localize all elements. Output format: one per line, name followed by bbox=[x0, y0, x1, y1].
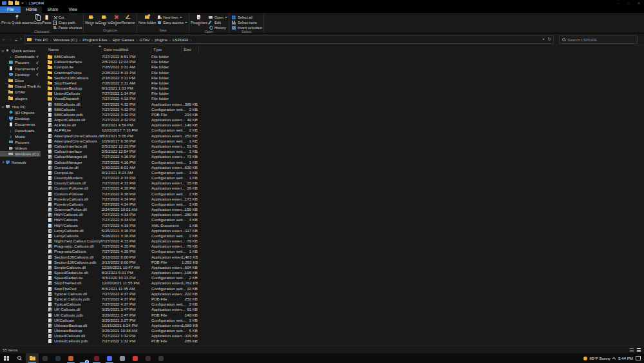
ribbon-button-delete[interactable]: Delete bbox=[111, 14, 121, 26]
sidebar-item-desktop[interactable]: Desktop bbox=[0, 72, 41, 77]
chevron-right-icon[interactable] bbox=[1, 161, 4, 164]
quick-toolbar-folder-icon[interactable] bbox=[8, 1, 13, 5]
breadcrumb-item-windows-c[interactable]: Windows (C:) bbox=[53, 37, 78, 42]
file-row[interactable]: AirportCallouts.dll7/27/2022 4:32 PMAppl… bbox=[41, 117, 644, 123]
file-row[interactable]: SpeedRadarLite.dll8/2/2021 5:01 PMApplic… bbox=[41, 270, 644, 275]
file-row[interactable]: UnitedCallouts7/27/2022 1:34 PMFile fold… bbox=[41, 91, 644, 96]
minimize-button[interactable]: – bbox=[613, 0, 623, 6]
maximize-button[interactable]: □ bbox=[623, 0, 634, 6]
tab-file[interactable]: File bbox=[0, 6, 21, 13]
file-row[interactable]: UltimateBackup3/25/2021 10:38 AMConfigur… bbox=[41, 328, 644, 333]
sidebar-group-quick-access[interactable]: Quick access bbox=[0, 48, 41, 54]
breadcrumb-item-lspdfr[interactable]: LSPDFR bbox=[172, 37, 189, 42]
file-row[interactable]: LeroyCallouts.dll5/25/2021 3:16 PMApplic… bbox=[41, 228, 644, 233]
back-button[interactable]: ← bbox=[1, 34, 7, 45]
sidebar-item-gtav[interactable]: GTAV bbox=[0, 89, 41, 95]
file-row[interactable]: SimpleCallouts.dll12/28/2021 10:47 AMApp… bbox=[41, 265, 644, 270]
taskbar-icon-app-discord[interactable] bbox=[103, 353, 116, 363]
taskbar-icon-file-explorer[interactable] bbox=[26, 353, 39, 363]
file-row[interactable]: AttemptedCrimeCallouts.dll8/2/2021 5:06 … bbox=[41, 133, 644, 139]
file-row[interactable]: CompuLite8/1/2021 8:23 AMConfiguration s… bbox=[41, 170, 644, 175]
ribbon-button-new-item[interactable]: New item bbox=[157, 15, 187, 19]
address-bar[interactable]: This PC›Windows (C:)›Program Files›Epic … bbox=[24, 35, 554, 44]
file-row[interactable]: HWYCallouts7/27/2022 4:33 PMConfiguratio… bbox=[41, 217, 644, 222]
file-row[interactable]: NightYield.Callout.CountryMurders.dll7/2… bbox=[41, 239, 644, 244]
ribbon-button-cut[interactable]: Cut bbox=[53, 15, 82, 19]
file-row[interactable]: UnitedCallouts.pdb7/27/2022 1:32 PMPDB F… bbox=[41, 338, 644, 344]
customize-toolbar-chevron-icon[interactable] bbox=[21, 3, 24, 4]
taskbar-icon-app-7[interactable] bbox=[116, 353, 129, 363]
sidebar-group-network[interactable]: Network bbox=[0, 159, 41, 165]
file-row[interactable]: SpeedRadarLite3/3/2020 10:23 PMConfigura… bbox=[41, 275, 644, 280]
file-row[interactable]: ALPRLite12/22/2017 7:16 PMConfiguration … bbox=[41, 128, 644, 133]
file-row[interactable]: CalloutInterface2/5/2022 12:03 PMFile fo… bbox=[41, 59, 644, 64]
taskbar-icon-app-10[interactable] bbox=[155, 353, 167, 363]
file-row[interactable]: UKCallouts3/29/2021 3:27 PMConfiguration… bbox=[41, 318, 644, 323]
sidebar-item-windows-c[interactable]: Windows (C:) bbox=[0, 151, 41, 157]
breadcrumb-item-this-pc[interactable]: This PC bbox=[33, 37, 49, 42]
sidebar-item-docs[interactable]: Docs bbox=[0, 77, 41, 83]
file-row[interactable]: StopThePed7/28/2022 3:31 AMFile folder bbox=[41, 81, 644, 86]
breadcrumb-item-gtav[interactable]: GTAV bbox=[138, 37, 150, 42]
chevron-down-icon[interactable] bbox=[1, 49, 4, 52]
sidebar-item-pictures[interactable]: Pictures bbox=[0, 59, 41, 65]
file-row[interactable]: Section136Callouts2/18/2022 3:11 PMFile … bbox=[41, 75, 644, 81]
file-row[interactable]: CountyCallouts.dll7/27/2022 4:33 PMAppli… bbox=[41, 181, 644, 186]
ribbon-button-select-all[interactable]: Select all bbox=[232, 15, 262, 19]
sidebar-item-plugins[interactable]: plugins bbox=[0, 95, 41, 101]
breadcrumb-item-plugins[interactable]: plugins bbox=[154, 37, 168, 42]
sidebar-item-desktop[interactable]: Desktop bbox=[0, 115, 41, 121]
sidebar-item-pictures[interactable]: Pictures bbox=[0, 139, 41, 145]
ribbon-button-history[interactable]: History bbox=[209, 25, 227, 30]
file-row[interactable]: CalloutInterface.dll2/5/2022 12:23 PMApp… bbox=[41, 144, 644, 149]
file-row[interactable]: UK Callouts.pdb3/29/2021 3:47 PMPDB File… bbox=[41, 312, 644, 317]
file-row[interactable]: ForestryCallouts7/27/2022 4:34 PMConfigu… bbox=[41, 202, 644, 207]
sidebar-item-downloads[interactable]: Downloads bbox=[0, 127, 41, 133]
ribbon-button-copy[interactable]: Copy bbox=[33, 14, 42, 25]
taskbar-icon-start-button[interactable] bbox=[0, 353, 13, 363]
file-row[interactable]: ALPRLite.dll8/2/2021 4:59 PMApplication … bbox=[41, 123, 644, 128]
file-row[interactable]: StopThePed.dll12/20/2021 11:55 PMApplica… bbox=[41, 280, 644, 286]
taskbar-icon-app-9[interactable] bbox=[142, 353, 155, 363]
file-row[interactable]: HWYCallouts7/27/2022 4:33 PMXML Document… bbox=[41, 223, 644, 228]
ribbon-button-select-none[interactable]: Select none bbox=[232, 20, 262, 25]
file-row[interactable]: Typical Callouts.dll7/27/2022 4:37 PMApp… bbox=[41, 291, 644, 297]
file-row[interactable]: 686Callouts7/27/2022 8:51 PMFile folder bbox=[41, 54, 644, 59]
clock[interactable]: 5:44 PM bbox=[618, 356, 633, 360]
forward-button[interactable]: → bbox=[7, 34, 13, 45]
file-row[interactable]: CompuLite.dll1/30/2022 8:01 AMApplicatio… bbox=[41, 165, 644, 170]
file-row[interactable]: GrammarPolice.dll2/24/2022 10:01 AMAppli… bbox=[41, 207, 644, 212]
breadcrumb-item-program-files[interactable]: Program Files bbox=[82, 37, 108, 42]
file-row[interactable]: Pragmatic_Callouts.dll7/27/2022 4:35 PMA… bbox=[41, 244, 644, 249]
ribbon-button-paste[interactable]: Paste bbox=[42, 14, 52, 25]
file-row[interactable]: 686Callouts.pdb7/27/2022 4:32 PMPDB File… bbox=[41, 112, 644, 117]
file-row[interactable]: CalloutInterface2/5/2022 12:54 PMConfigu… bbox=[41, 149, 644, 154]
ribbon-button-open[interactable]: Open bbox=[209, 15, 227, 19]
file-row[interactable]: CountryMurders7/27/2022 4:33 PMConfigura… bbox=[41, 175, 644, 181]
sidebar-item-music[interactable]: Music bbox=[0, 133, 41, 139]
ribbon-button-copy-path[interactable]: Copy path bbox=[53, 20, 82, 25]
file-row[interactable]: GrammarPolice2/28/2022 8:13 PMFile folde… bbox=[41, 70, 644, 75]
column-header-type[interactable]: Type bbox=[151, 46, 182, 53]
file-row[interactable]: 686Callouts.dll7/27/2022 4:32 PMApplicat… bbox=[41, 102, 644, 107]
column-header-name[interactable]: Name bbox=[41, 46, 102, 53]
file-row[interactable]: CompuLite7/28/2022 3:31 AMFile folder bbox=[41, 64, 644, 70]
sidebar-item-grand-theft-auto-v[interactable]: Grand Theft Auto V bbox=[0, 83, 41, 89]
file-row[interactable]: UltimateBackup9/1/2021 1:03 PMFile folde… bbox=[41, 86, 644, 91]
ribbon-button-edit[interactable]: Edit bbox=[209, 20, 227, 25]
file-row[interactable]: StopThePed8/3/2021 11:35 AMConfiguration… bbox=[41, 286, 644, 291]
ribbon-button-easy-access[interactable]: Easy access bbox=[157, 20, 187, 25]
file-row[interactable]: VocalDispatch7/27/2022 4:13 PMFile folde… bbox=[41, 96, 644, 101]
file-row[interactable]: AttemptedCrimeCallouts10/9/2017 9:38 PMC… bbox=[41, 139, 644, 144]
ribbon-button-new-folder[interactable]: New folder bbox=[138, 14, 156, 25]
address-dropdown-chevron-icon[interactable] bbox=[542, 39, 545, 40]
file-row[interactable]: HWYCallouts.dll7/27/2022 4:33 PMApplicat… bbox=[41, 212, 644, 217]
file-row[interactable]: UltimateBackup.dll10/15/2021 6:24 PMAppl… bbox=[41, 323, 644, 328]
file-row[interactable]: UK Callouts.dll3/29/2021 3:47 PMApplicat… bbox=[41, 307, 644, 312]
taskbar-icon-app-8[interactable] bbox=[129, 353, 142, 363]
ribbon-button-paste-shortcut[interactable]: Paste shortcut bbox=[53, 25, 82, 30]
taskbar-icon-app-5[interactable] bbox=[90, 353, 103, 363]
ribbon-button-copy-to[interactable]: Copy to bbox=[98, 14, 111, 26]
file-row[interactable]: Typical Callouts.pdb7/27/2022 4:37 PMPDB… bbox=[41, 297, 644, 302]
file-row[interactable]: 686Callouts7/27/2022 4:32 PMConfiguratio… bbox=[41, 107, 644, 112]
